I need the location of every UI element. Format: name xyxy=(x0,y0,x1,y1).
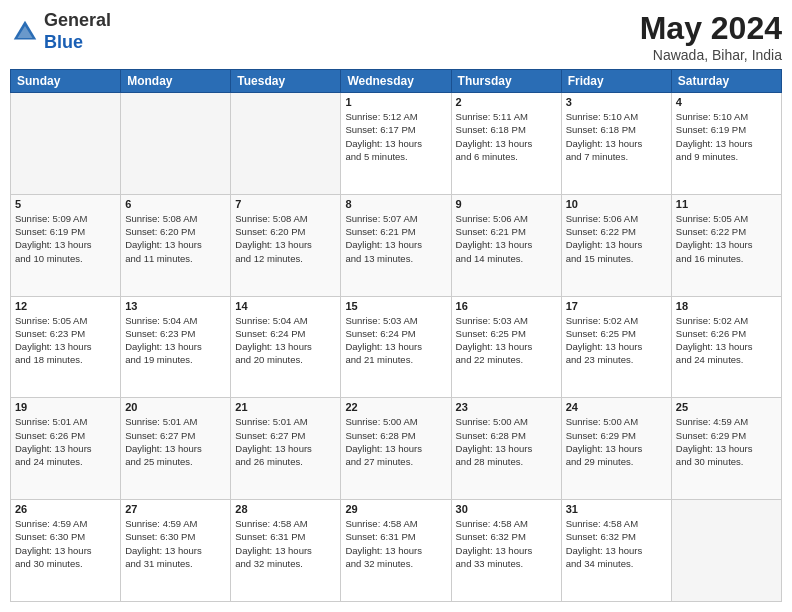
header: General Blue May 2024 Nawada, Bihar, Ind… xyxy=(10,10,782,63)
sunset: Sunset: 6:20 PM xyxy=(235,225,336,238)
day-info: Sunrise: 5:04 AMSunset: 6:24 PMDaylight:… xyxy=(235,314,336,367)
day-info: Sunrise: 5:02 AMSunset: 6:25 PMDaylight:… xyxy=(566,314,667,367)
col-header-tuesday: Tuesday xyxy=(231,70,341,93)
calendar-cell: 11Sunrise: 5:05 AMSunset: 6:22 PMDayligh… xyxy=(671,194,781,296)
daylight-line2: and 30 minutes. xyxy=(676,455,777,468)
daylight-line2: and 7 minutes. xyxy=(566,150,667,163)
daylight-line1: Daylight: 13 hours xyxy=(676,340,777,353)
daylight-line1: Daylight: 13 hours xyxy=(15,340,116,353)
day-number: 18 xyxy=(676,300,777,312)
calendar-cell: 18Sunrise: 5:02 AMSunset: 6:26 PMDayligh… xyxy=(671,296,781,398)
day-number: 15 xyxy=(345,300,446,312)
sunrise: Sunrise: 5:05 AM xyxy=(676,212,777,225)
day-info: Sunrise: 5:00 AMSunset: 6:28 PMDaylight:… xyxy=(345,415,446,468)
daylight-line1: Daylight: 13 hours xyxy=(235,238,336,251)
sunrise: Sunrise: 5:02 AM xyxy=(676,314,777,327)
sunset: Sunset: 6:24 PM xyxy=(235,327,336,340)
daylight-line2: and 10 minutes. xyxy=(15,252,116,265)
day-number: 10 xyxy=(566,198,667,210)
sunset: Sunset: 6:25 PM xyxy=(456,327,557,340)
sunset: Sunset: 6:32 PM xyxy=(456,530,557,543)
sunset: Sunset: 6:17 PM xyxy=(345,123,446,136)
sunset: Sunset: 6:29 PM xyxy=(676,429,777,442)
day-number: 5 xyxy=(15,198,116,210)
sunrise: Sunrise: 5:03 AM xyxy=(456,314,557,327)
day-info: Sunrise: 5:00 AMSunset: 6:29 PMDaylight:… xyxy=(566,415,667,468)
daylight-line1: Daylight: 13 hours xyxy=(235,442,336,455)
daylight-line2: and 19 minutes. xyxy=(125,353,226,366)
col-header-thursday: Thursday xyxy=(451,70,561,93)
sunset: Sunset: 6:18 PM xyxy=(456,123,557,136)
daylight-line2: and 29 minutes. xyxy=(566,455,667,468)
location: Nawada, Bihar, India xyxy=(640,47,782,63)
daylight-line2: and 18 minutes. xyxy=(15,353,116,366)
day-info: Sunrise: 4:58 AMSunset: 6:31 PMDaylight:… xyxy=(235,517,336,570)
sunrise: Sunrise: 5:02 AM xyxy=(566,314,667,327)
day-info: Sunrise: 5:02 AMSunset: 6:26 PMDaylight:… xyxy=(676,314,777,367)
sunset: Sunset: 6:19 PM xyxy=(676,123,777,136)
daylight-line1: Daylight: 13 hours xyxy=(125,442,226,455)
daylight-line2: and 5 minutes. xyxy=(345,150,446,163)
daylight-line2: and 34 minutes. xyxy=(566,557,667,570)
calendar-cell: 29Sunrise: 4:58 AMSunset: 6:31 PMDayligh… xyxy=(341,500,451,602)
sunrise: Sunrise: 5:06 AM xyxy=(566,212,667,225)
calendar-cell: 17Sunrise: 5:02 AMSunset: 6:25 PMDayligh… xyxy=(561,296,671,398)
sunset: Sunset: 6:21 PM xyxy=(456,225,557,238)
calendar-cell: 6Sunrise: 5:08 AMSunset: 6:20 PMDaylight… xyxy=(121,194,231,296)
day-info: Sunrise: 5:06 AMSunset: 6:22 PMDaylight:… xyxy=(566,212,667,265)
page: General Blue May 2024 Nawada, Bihar, Ind… xyxy=(0,0,792,612)
col-header-sunday: Sunday xyxy=(11,70,121,93)
daylight-line1: Daylight: 13 hours xyxy=(566,137,667,150)
daylight-line1: Daylight: 13 hours xyxy=(566,544,667,557)
logo-text: General Blue xyxy=(44,10,111,53)
daylight-line1: Daylight: 13 hours xyxy=(456,442,557,455)
sunset: Sunset: 6:26 PM xyxy=(15,429,116,442)
calendar-cell: 30Sunrise: 4:58 AMSunset: 6:32 PMDayligh… xyxy=(451,500,561,602)
daylight-line2: and 32 minutes. xyxy=(235,557,336,570)
day-number: 31 xyxy=(566,503,667,515)
daylight-line1: Daylight: 13 hours xyxy=(676,137,777,150)
day-number: 7 xyxy=(235,198,336,210)
sunrise: Sunrise: 4:59 AM xyxy=(125,517,226,530)
daylight-line1: Daylight: 13 hours xyxy=(676,442,777,455)
day-info: Sunrise: 5:10 AMSunset: 6:18 PMDaylight:… xyxy=(566,110,667,163)
day-number: 21 xyxy=(235,401,336,413)
sunrise: Sunrise: 5:08 AM xyxy=(235,212,336,225)
daylight-line2: and 20 minutes. xyxy=(235,353,336,366)
daylight-line2: and 13 minutes. xyxy=(345,252,446,265)
day-info: Sunrise: 4:59 AMSunset: 6:30 PMDaylight:… xyxy=(15,517,116,570)
sunrise: Sunrise: 5:03 AM xyxy=(345,314,446,327)
daylight-line1: Daylight: 13 hours xyxy=(456,238,557,251)
sunset: Sunset: 6:21 PM xyxy=(345,225,446,238)
day-info: Sunrise: 5:08 AMSunset: 6:20 PMDaylight:… xyxy=(125,212,226,265)
sunset: Sunset: 6:18 PM xyxy=(566,123,667,136)
sunrise: Sunrise: 4:58 AM xyxy=(566,517,667,530)
day-number: 1 xyxy=(345,96,446,108)
day-number: 13 xyxy=(125,300,226,312)
daylight-line2: and 30 minutes. xyxy=(15,557,116,570)
calendar-header-row: SundayMondayTuesdayWednesdayThursdayFrid… xyxy=(11,70,782,93)
col-header-saturday: Saturday xyxy=(671,70,781,93)
day-number: 23 xyxy=(456,401,557,413)
day-info: Sunrise: 5:07 AMSunset: 6:21 PMDaylight:… xyxy=(345,212,446,265)
daylight-line2: and 33 minutes. xyxy=(456,557,557,570)
daylight-line2: and 24 minutes. xyxy=(15,455,116,468)
calendar-cell xyxy=(121,93,231,195)
calendar-cell: 7Sunrise: 5:08 AMSunset: 6:20 PMDaylight… xyxy=(231,194,341,296)
sunrise: Sunrise: 5:00 AM xyxy=(456,415,557,428)
day-info: Sunrise: 4:58 AMSunset: 6:32 PMDaylight:… xyxy=(456,517,557,570)
calendar-cell: 14Sunrise: 5:04 AMSunset: 6:24 PMDayligh… xyxy=(231,296,341,398)
calendar-cell xyxy=(671,500,781,602)
daylight-line1: Daylight: 13 hours xyxy=(676,238,777,251)
daylight-line2: and 22 minutes. xyxy=(456,353,557,366)
sunrise: Sunrise: 4:59 AM xyxy=(15,517,116,530)
sunset: Sunset: 6:28 PM xyxy=(345,429,446,442)
sunrise: Sunrise: 4:58 AM xyxy=(456,517,557,530)
calendar-cell: 31Sunrise: 4:58 AMSunset: 6:32 PMDayligh… xyxy=(561,500,671,602)
daylight-line1: Daylight: 13 hours xyxy=(235,544,336,557)
sunrise: Sunrise: 5:00 AM xyxy=(345,415,446,428)
day-number: 8 xyxy=(345,198,446,210)
calendar-cell: 21Sunrise: 5:01 AMSunset: 6:27 PMDayligh… xyxy=(231,398,341,500)
logo-general: General xyxy=(44,10,111,32)
sunset: Sunset: 6:23 PM xyxy=(15,327,116,340)
